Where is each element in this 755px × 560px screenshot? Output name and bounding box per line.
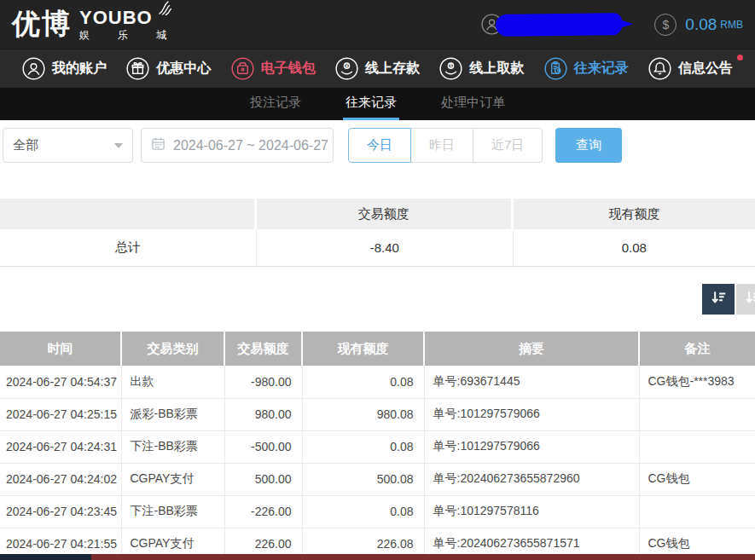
flame-icon <box>158 1 171 15</box>
table-cell: 2024-06-27 04:24:31 <box>0 430 121 463</box>
table-cell: 500.08 <box>302 463 424 495</box>
summary-header-empty <box>0 199 257 229</box>
nav-item-my-account[interactable]: 我的账户 <box>22 57 107 80</box>
table-cell: 单号:101297579066 <box>424 430 639 463</box>
chevron-down-icon <box>114 143 123 148</box>
top-header: 优博 YOUBO 娱乐城 $ 0.08 RMB <box>0 0 755 49</box>
table-cell: 下注-BB彩票 <box>121 495 224 528</box>
tab-label: 投注记录 <box>250 95 301 111</box>
last7days-button[interactable]: 近7日 <box>473 128 543 163</box>
table-cell: 2024-06-27 04:54:37 <box>0 366 121 398</box>
table-cell: 单号:693671445 <box>424 366 639 398</box>
table-cell: 0.08 <box>302 430 424 463</box>
nav-item-promotions[interactable]: 优惠中心 <box>126 57 211 80</box>
table-cell: 2024-06-27 04:23:45 <box>0 495 121 528</box>
records-table-head: 时间 交易类别 交易额度 现有额度 摘要 备注 <box>0 332 755 366</box>
table-row: 2024-06-27 04:54:37出款-980.000.08单号:69367… <box>0 366 755 398</box>
table-cell: CGPAY支付 <box>121 463 224 495</box>
logo-right: YOUBO 娱乐城 <box>79 9 166 43</box>
tab-label: 处理中订单 <box>441 95 505 111</box>
summary-table: 交易额度 现有额度 总计 -8.40 0.08 <box>0 199 755 267</box>
table-cell <box>639 398 755 430</box>
table-cell: -226.00 <box>224 495 302 528</box>
summary-header-row: 交易额度 现有额度 <box>0 199 755 229</box>
user-icon <box>22 57 45 80</box>
footer-strip <box>0 554 755 560</box>
today-button[interactable]: 今日 <box>348 128 411 163</box>
nav-item-label: 往来记录 <box>574 60 629 78</box>
summary-header-transaction: 交易额度 <box>257 199 514 229</box>
col-header-amount: 交易额度 <box>224 332 302 366</box>
col-header-summary: 摘要 <box>424 332 639 366</box>
nav-item-label: 电子钱包 <box>261 60 316 78</box>
nav-item-label: 信息公告 <box>678 60 733 78</box>
table-row: 2024-06-27 04:23:45下注-BB彩票-226.000.08单号:… <box>0 495 755 528</box>
withdraw-icon: $ <box>439 57 462 80</box>
table-cell: 下注-BB彩票 <box>121 430 224 463</box>
quick-date-buttons: 今日 昨日 近7日 <box>348 128 543 163</box>
sort-controls <box>0 284 755 315</box>
yesterday-button[interactable]: 昨日 <box>410 128 473 163</box>
col-header-time: 时间 <box>0 332 121 366</box>
nav-item-withdraw[interactable]: $ 线上取款 <box>439 57 524 80</box>
nav-item-records[interactable]: 往来记录 <box>544 57 629 80</box>
table-cell: 980.08 <box>302 398 424 430</box>
calendar-icon <box>151 136 166 154</box>
table-row: 2024-06-27 04:25:15派彩-BB彩票980.00980.08单号… <box>0 398 755 430</box>
sort-ascending-button[interactable] <box>736 284 755 315</box>
gift-icon <box>126 57 149 80</box>
nav-item-label: 线上存款 <box>365 60 420 78</box>
col-header-remarks: 备注 <box>639 332 755 366</box>
summary-total-row: 总计 -8.40 0.08 <box>0 229 755 267</box>
table-cell: -500.00 <box>224 430 302 463</box>
logo-sub-text: 娱乐城 <box>79 28 166 43</box>
table-cell: 0.08 <box>302 495 424 528</box>
sort-descending-icon <box>709 289 728 310</box>
summary-total-label: 总计 <box>0 229 257 266</box>
table-cell: 单号:101297578116 <box>424 495 639 528</box>
category-dropdown-value: 全部 <box>13 137 38 153</box>
query-button[interactable]: 查询 <box>555 128 622 163</box>
notification-badge-dot <box>737 55 743 61</box>
balance-display[interactable]: $ 0.08 RMB <box>654 14 743 36</box>
table-cell <box>639 430 755 463</box>
footer-strip-maroon <box>91 554 755 560</box>
nav-item-label: 我的账户 <box>52 60 107 78</box>
table-cell: 2024-06-27 04:24:02 <box>0 463 121 495</box>
sort-descending-button[interactable] <box>702 284 735 315</box>
tab-transaction-records[interactable]: 往来记录 <box>343 88 399 120</box>
logo-en-text: YOUBO <box>79 9 166 27</box>
header-right: $ 0.08 RMB <box>481 14 743 36</box>
balance-amount: 0.08 <box>685 15 717 34</box>
summary-header-balance: 现有额度 <box>514 199 755 229</box>
logo[interactable]: 优博 YOUBO 娱乐城 <box>12 5 166 43</box>
table-cell: 单号:202406273655872960 <box>424 463 639 495</box>
nav-item-label: 线上取款 <box>469 60 524 78</box>
tab-label: 往来记录 <box>346 95 397 111</box>
logo-cn-text: 优博 <box>12 5 72 43</box>
date-range-input[interactable]: 2024-06-27 ~ 2024-06-27 <box>141 128 334 163</box>
app: 优博 YOUBO 娱乐城 $ 0.08 RMB <box>0 0 755 560</box>
nav-item-ewallet[interactable]: 电子钱包 <box>231 57 316 80</box>
table-cell: 0.08 <box>302 366 424 398</box>
table-row: 2024-06-27 04:24:02CGPAY支付500.00500.08单号… <box>0 463 755 495</box>
bell-icon <box>648 57 671 80</box>
nav-item-deposit[interactable]: ¥ 线上存款 <box>335 57 420 80</box>
table-cell: -980.00 <box>224 366 302 398</box>
nav-item-announcements[interactable]: 信息公告 <box>648 57 733 80</box>
table-cell: CG钱包-***3983 <box>639 366 755 398</box>
nav-item-label: 优惠中心 <box>156 60 211 78</box>
summary-total-balance: 0.08 <box>514 229 755 266</box>
date-range-value: 2024-06-27 ~ 2024-06-27 <box>173 138 328 153</box>
records-tbody: 2024-06-27 04:54:37出款-980.000.08单号:69367… <box>0 366 755 560</box>
tab-betting-records[interactable]: 投注记录 <box>247 88 304 120</box>
category-dropdown[interactable]: 全部 <box>3 128 133 163</box>
tab-processing-orders[interactable]: 处理中订单 <box>438 88 508 120</box>
username-redacted[interactable] <box>496 13 622 37</box>
summary-total-transaction: -8.40 <box>257 229 514 266</box>
balance-currency: RMB <box>720 19 743 31</box>
wallet-icon <box>231 57 254 80</box>
table-cell: 单号:101297579066 <box>424 398 639 430</box>
sort-ascending-icon <box>743 289 755 310</box>
table-row: 2024-06-27 04:24:31下注-BB彩票-500.000.08单号:… <box>0 430 755 463</box>
